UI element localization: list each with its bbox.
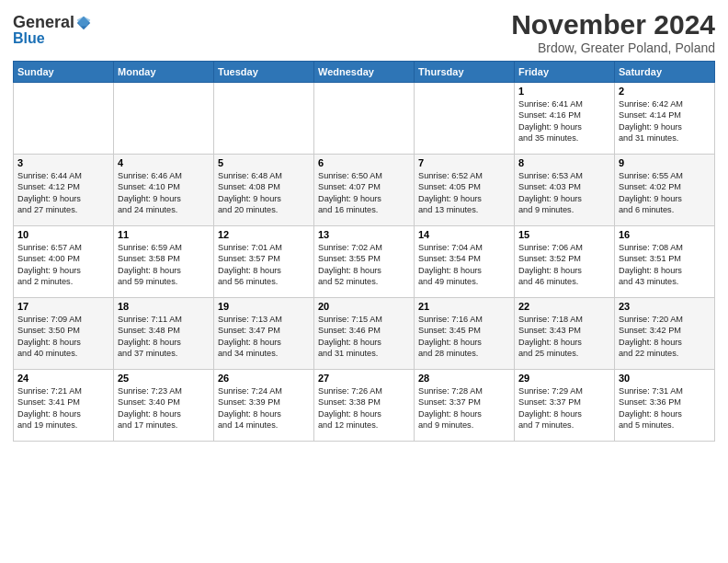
logo-icon [75, 15, 92, 31]
calendar-cell [415, 83, 515, 155]
calendar-cell [214, 83, 314, 155]
day-info: Sunrise: 7:26 AM Sunset: 3:38 PM Dayligh… [318, 385, 410, 431]
calendar-cell [114, 83, 214, 155]
day-number: 12 [218, 229, 310, 240]
day-number: 15 [518, 229, 610, 240]
calendar-cell [314, 83, 415, 155]
calendar-header-row: Sunday Monday Tuesday Wednesday Thursday… [14, 62, 715, 83]
day-number: 6 [318, 157, 410, 168]
day-number: 29 [518, 373, 610, 384]
calendar-cell: 25Sunrise: 7:23 AM Sunset: 3:40 PM Dayli… [114, 370, 214, 442]
calendar-cell: 17Sunrise: 7:09 AM Sunset: 3:50 PM Dayli… [14, 298, 114, 370]
day-number: 9 [619, 157, 711, 168]
calendar-cell: 1Sunrise: 6:41 AM Sunset: 4:16 PM Daylig… [515, 83, 615, 155]
day-number: 14 [418, 229, 510, 240]
calendar-cell: 5Sunrise: 6:48 AM Sunset: 4:08 PM Daylig… [214, 155, 314, 226]
day-info: Sunrise: 7:28 AM Sunset: 3:37 PM Dayligh… [418, 385, 510, 431]
day-number: 4 [118, 157, 210, 168]
calendar-week-1: 3Sunrise: 6:44 AM Sunset: 4:12 PM Daylig… [14, 155, 715, 226]
day-info: Sunrise: 6:53 AM Sunset: 4:03 PM Dayligh… [518, 170, 610, 216]
day-number: 24 [17, 373, 109, 384]
calendar-cell: 26Sunrise: 7:24 AM Sunset: 3:39 PM Dayli… [214, 370, 314, 442]
day-info: Sunrise: 7:24 AM Sunset: 3:39 PM Dayligh… [218, 385, 310, 431]
calendar-cell [14, 83, 114, 155]
day-info: Sunrise: 7:06 AM Sunset: 3:52 PM Dayligh… [518, 242, 610, 288]
day-info: Sunrise: 7:09 AM Sunset: 3:50 PM Dayligh… [17, 314, 109, 360]
calendar-cell: 4Sunrise: 6:46 AM Sunset: 4:10 PM Daylig… [114, 155, 214, 226]
header-friday: Friday [515, 62, 615, 83]
calendar-cell: 18Sunrise: 7:11 AM Sunset: 3:48 PM Dayli… [114, 298, 214, 370]
day-number: 27 [318, 373, 410, 384]
calendar-cell: 9Sunrise: 6:55 AM Sunset: 4:02 PM Daylig… [615, 155, 715, 226]
calendar-cell: 8Sunrise: 6:53 AM Sunset: 4:03 PM Daylig… [515, 155, 615, 226]
calendar-cell: 15Sunrise: 7:06 AM Sunset: 3:52 PM Dayli… [515, 226, 615, 298]
day-info: Sunrise: 6:48 AM Sunset: 4:08 PM Dayligh… [218, 170, 310, 216]
day-info: Sunrise: 7:08 AM Sunset: 3:51 PM Dayligh… [619, 242, 711, 288]
calendar-cell: 3Sunrise: 6:44 AM Sunset: 4:12 PM Daylig… [14, 155, 114, 226]
title-area: November 2024 Brdow, Greater Poland, Pol… [511, 9, 715, 55]
day-number: 25 [118, 373, 210, 384]
calendar-cell: 28Sunrise: 7:28 AM Sunset: 3:37 PM Dayli… [415, 370, 515, 442]
calendar-cell: 16Sunrise: 7:08 AM Sunset: 3:51 PM Dayli… [615, 226, 715, 298]
day-number: 5 [218, 157, 310, 168]
day-info: Sunrise: 7:01 AM Sunset: 3:57 PM Dayligh… [218, 242, 310, 288]
calendar-cell: 10Sunrise: 6:57 AM Sunset: 4:00 PM Dayli… [14, 226, 114, 298]
calendar-cell: 11Sunrise: 6:59 AM Sunset: 3:58 PM Dayli… [114, 226, 214, 298]
calendar-week-2: 10Sunrise: 6:57 AM Sunset: 4:00 PM Dayli… [14, 226, 715, 298]
header-monday: Monday [114, 62, 214, 83]
day-info: Sunrise: 7:21 AM Sunset: 3:41 PM Dayligh… [17, 385, 109, 431]
day-number: 26 [218, 373, 310, 384]
calendar-cell: 29Sunrise: 7:29 AM Sunset: 3:37 PM Dayli… [515, 370, 615, 442]
calendar-cell: 14Sunrise: 7:04 AM Sunset: 3:54 PM Dayli… [415, 226, 515, 298]
calendar-cell: 22Sunrise: 7:18 AM Sunset: 3:43 PM Dayli… [515, 298, 615, 370]
day-number: 21 [418, 301, 510, 312]
month-title: November 2024 [511, 9, 715, 40]
calendar-cell: 23Sunrise: 7:20 AM Sunset: 3:42 PM Dayli… [615, 298, 715, 370]
header-saturday: Saturday [615, 62, 715, 83]
day-info: Sunrise: 7:20 AM Sunset: 3:42 PM Dayligh… [619, 314, 711, 360]
day-info: Sunrise: 6:44 AM Sunset: 4:12 PM Dayligh… [17, 170, 109, 216]
day-number: 22 [518, 301, 610, 312]
calendar-cell: 19Sunrise: 7:13 AM Sunset: 3:47 PM Dayli… [214, 298, 314, 370]
day-info: Sunrise: 7:23 AM Sunset: 3:40 PM Dayligh… [118, 385, 210, 431]
calendar-cell: 24Sunrise: 7:21 AM Sunset: 3:41 PM Dayli… [14, 370, 114, 442]
day-info: Sunrise: 6:57 AM Sunset: 4:00 PM Dayligh… [17, 242, 109, 288]
day-info: Sunrise: 6:55 AM Sunset: 4:02 PM Dayligh… [619, 170, 711, 216]
calendar-cell: 13Sunrise: 7:02 AM Sunset: 3:55 PM Dayli… [314, 226, 415, 298]
calendar-cell: 30Sunrise: 7:31 AM Sunset: 3:36 PM Dayli… [615, 370, 715, 442]
day-info: Sunrise: 7:15 AM Sunset: 3:46 PM Dayligh… [318, 314, 410, 360]
day-info: Sunrise: 7:02 AM Sunset: 3:55 PM Dayligh… [318, 242, 410, 288]
day-number: 23 [619, 301, 711, 312]
calendar-week-0: 1Sunrise: 6:41 AM Sunset: 4:16 PM Daylig… [14, 83, 715, 155]
header-sunday: Sunday [14, 62, 114, 83]
calendar-cell: 27Sunrise: 7:26 AM Sunset: 3:38 PM Dayli… [314, 370, 415, 442]
day-number: 28 [418, 373, 510, 384]
day-info: Sunrise: 6:42 AM Sunset: 4:14 PM Dayligh… [619, 98, 711, 144]
day-number: 8 [518, 157, 610, 168]
header-tuesday: Tuesday [214, 62, 314, 83]
calendar-week-3: 17Sunrise: 7:09 AM Sunset: 3:50 PM Dayli… [14, 298, 715, 370]
logo: General Blue [13, 13, 92, 47]
page: General Blue November 2024 Brdow, Greate… [0, 0, 728, 563]
day-number: 1 [518, 86, 610, 97]
calendar-cell: 6Sunrise: 6:50 AM Sunset: 4:07 PM Daylig… [314, 155, 415, 226]
day-number: 7 [418, 157, 510, 168]
location: Brdow, Greater Poland, Poland [511, 40, 715, 55]
day-number: 10 [17, 229, 109, 240]
header-area: General Blue November 2024 Brdow, Greate… [13, 9, 715, 55]
logo-general-text: General [13, 13, 74, 32]
day-info: Sunrise: 7:11 AM Sunset: 3:48 PM Dayligh… [118, 314, 210, 360]
day-number: 2 [619, 86, 711, 97]
day-number: 19 [218, 301, 310, 312]
calendar-cell: 21Sunrise: 7:16 AM Sunset: 3:45 PM Dayli… [415, 298, 515, 370]
calendar-cell: 12Sunrise: 7:01 AM Sunset: 3:57 PM Dayli… [214, 226, 314, 298]
calendar-cell: 20Sunrise: 7:15 AM Sunset: 3:46 PM Dayli… [314, 298, 415, 370]
header-wednesday: Wednesday [314, 62, 415, 83]
calendar-cell: 7Sunrise: 6:52 AM Sunset: 4:05 PM Daylig… [415, 155, 515, 226]
day-info: Sunrise: 6:50 AM Sunset: 4:07 PM Dayligh… [318, 170, 410, 216]
calendar-table: Sunday Monday Tuesday Wednesday Thursday… [13, 61, 715, 442]
day-info: Sunrise: 7:13 AM Sunset: 3:47 PM Dayligh… [218, 314, 310, 360]
logo-blue-text: Blue [13, 30, 45, 46]
day-number: 17 [17, 301, 109, 312]
day-info: Sunrise: 7:31 AM Sunset: 3:36 PM Dayligh… [619, 385, 711, 431]
